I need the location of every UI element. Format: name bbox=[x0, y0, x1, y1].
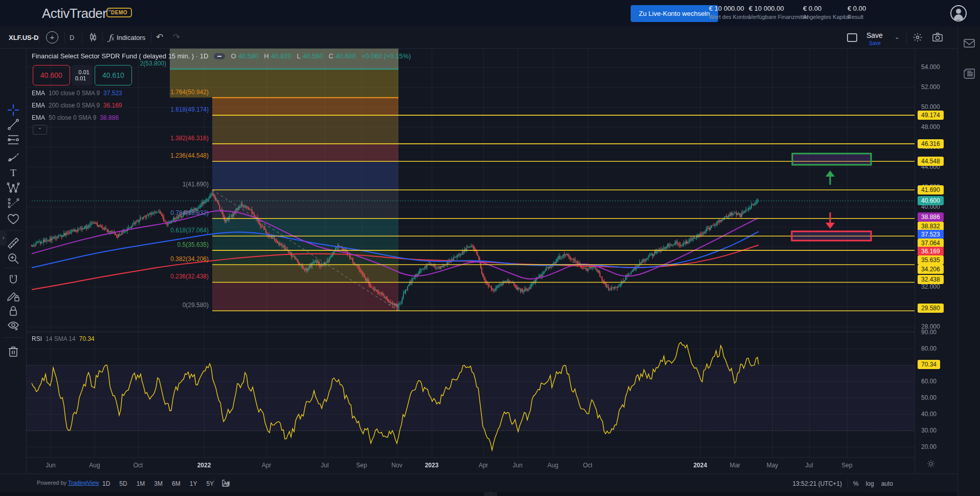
time-axis-label: Apr bbox=[262, 462, 272, 469]
mail-icon[interactable] bbox=[964, 39, 975, 48]
magnet-icon[interactable] bbox=[6, 273, 20, 288]
time-axis-label: Oct bbox=[133, 462, 143, 469]
price-badge: 40.600 bbox=[918, 196, 944, 205]
account-value-stat: € 10 000.00Wert des Kontos bbox=[709, 5, 750, 20]
close-label: C bbox=[328, 52, 333, 60]
scale-mode-percent[interactable]: % bbox=[853, 480, 859, 487]
rsi-tick-label: 80.00 bbox=[921, 345, 937, 352]
time-axis-label: Oct bbox=[583, 462, 593, 469]
forecast-icon[interactable] bbox=[6, 196, 20, 210]
time-axis-label: Sep bbox=[356, 462, 367, 469]
time-axis-label: Nov bbox=[391, 462, 402, 469]
price-badge: 29.580 bbox=[918, 304, 944, 313]
redo-icon[interactable]: ↷ bbox=[173, 32, 180, 42]
buy-button[interactable]: 40.610 bbox=[95, 65, 132, 85]
ruler-icon[interactable] bbox=[6, 236, 20, 250]
text-tool-icon[interactable]: T bbox=[6, 165, 20, 180]
undo-icon[interactable]: ↶ bbox=[156, 32, 163, 42]
price-badge: 38.886 bbox=[918, 212, 944, 222]
time-axis-label: Aug bbox=[89, 462, 100, 469]
save-button[interactable]: Save bbox=[866, 31, 883, 39]
brush-icon[interactable] bbox=[6, 149, 20, 163]
lock-all-drawings-icon[interactable] bbox=[6, 304, 20, 318]
tradingview-link[interactable]: TradingView bbox=[68, 480, 99, 486]
chart-title: Financial Select Sector SPDR Fund ( dela… bbox=[32, 52, 208, 60]
camera-icon[interactable] bbox=[932, 32, 943, 42]
hide-all-drawings-icon[interactable] bbox=[6, 319, 20, 333]
chart-style-icon[interactable] bbox=[88, 32, 98, 42]
open-label: O bbox=[231, 52, 236, 60]
time-axis-label: Jun bbox=[513, 462, 522, 469]
svg-text:T: T bbox=[10, 167, 16, 178]
time-axis-label: Aug bbox=[547, 462, 558, 469]
time-axis-label: Jun bbox=[46, 462, 55, 469]
gear-icon[interactable] bbox=[912, 32, 923, 42]
remove-drawings-icon[interactable] bbox=[6, 344, 20, 359]
price-tick-label: 48.000 bbox=[921, 123, 940, 131]
activtrader-logo: ActivTrader™ bbox=[42, 6, 111, 21]
rsi-tick-label: 20.00 bbox=[921, 443, 937, 450]
go-to-date-icon[interactable] bbox=[221, 479, 230, 488]
price-chart-canvas[interactable] bbox=[27, 49, 915, 457]
indicator-row: EMA100 close 0 SMA 937.523 bbox=[32, 87, 122, 99]
time-axis-label: Jul bbox=[321, 462, 328, 469]
price-badge: 35.635 bbox=[918, 255, 944, 265]
switch-to-live-button[interactable]: Zu Live-Konto wechseln bbox=[631, 5, 718, 22]
expand-panel-tab[interactable]: › bbox=[0, 230, 7, 246]
chart-footer: Powered by TradingView 1D5D1M3M6M1Y5YAll… bbox=[0, 473, 957, 492]
drawing-toolbar: T bbox=[0, 49, 27, 473]
xabcd-pattern-icon[interactable] bbox=[6, 181, 20, 195]
rsi-tick-label: 60.00 bbox=[921, 378, 937, 385]
spread-indicator: 0.010.01 bbox=[72, 65, 93, 85]
rsi-tick-label: 30.00 bbox=[921, 427, 937, 434]
price-badge: 44.548 bbox=[918, 157, 944, 166]
drawing-mode-icon[interactable] bbox=[6, 289, 20, 303]
price-badge: 70.34 bbox=[918, 360, 940, 369]
clock[interactable]: 13:52:21 (UTC+1) bbox=[782, 480, 842, 487]
time-axis[interactable]: JunAugOct2022AprJulSepNov2023AprJunAugOc… bbox=[27, 457, 915, 473]
scale-mode-auto[interactable]: auto bbox=[881, 480, 893, 487]
fx-icon[interactable]: ƒx bbox=[108, 33, 114, 42]
news-icon[interactable] bbox=[964, 69, 975, 79]
hide-series-icon[interactable] bbox=[214, 53, 225, 59]
chevron-down-icon[interactable]: ⌄ bbox=[895, 34, 899, 40]
result-stat: € 0.00Result bbox=[848, 5, 866, 20]
user-avatar[interactable] bbox=[950, 5, 967, 21]
range-button-5d[interactable]: 5D bbox=[119, 480, 127, 487]
interval-button[interactable]: D bbox=[70, 34, 74, 41]
high-label: H bbox=[264, 52, 269, 60]
close-value: 40.600 bbox=[336, 52, 356, 60]
rsi-tick-label: 40.00 bbox=[921, 411, 937, 418]
low-value: 40.560 bbox=[303, 52, 323, 60]
price-badge: 49.174 bbox=[918, 111, 944, 120]
range-button-1d[interactable]: 1D bbox=[102, 480, 110, 487]
scale-mode-log[interactable]: log bbox=[866, 480, 874, 487]
price-tick-label: 50.000 bbox=[921, 103, 940, 111]
rsi-tick-label: 50.00 bbox=[921, 394, 937, 401]
price-badge: 32.438 bbox=[918, 275, 944, 284]
range-button-6m[interactable]: 6M bbox=[172, 480, 181, 487]
price-scale[interactable]: 54.00052.00050.00048.00046.00044.00042.0… bbox=[915, 49, 957, 473]
fib-retracement-icon[interactable] bbox=[6, 133, 20, 147]
sell-button[interactable]: 40.600 bbox=[33, 65, 70, 85]
symbol-button[interactable]: XLF.US-D bbox=[9, 34, 39, 41]
add-symbol-icon[interactable]: + bbox=[46, 31, 58, 44]
time-axis-label: Mar bbox=[730, 462, 741, 469]
emoji-heart-icon[interactable] bbox=[6, 212, 20, 226]
indicators-button[interactable]: Indicators bbox=[117, 34, 145, 41]
range-button-5y[interactable]: 5Y bbox=[206, 480, 214, 487]
range-button-1y[interactable]: 1Y bbox=[190, 480, 197, 487]
zoom-in-icon[interactable] bbox=[6, 251, 20, 266]
right-sidebar bbox=[957, 27, 980, 496]
time-axis-label: 2023 bbox=[425, 462, 439, 469]
theme-sun-icon[interactable] bbox=[927, 460, 935, 468]
layout-icon[interactable] bbox=[847, 33, 857, 42]
available-funds-stat: € 10 000.00Verfügbare Finanzmittel bbox=[749, 5, 808, 20]
collapse-legend-button[interactable]: ⌃ bbox=[33, 125, 47, 135]
open-value: 40.580 bbox=[238, 52, 259, 60]
crosshair-icon[interactable] bbox=[6, 103, 20, 117]
range-button-1m[interactable]: 1M bbox=[137, 480, 145, 487]
trend-line-icon[interactable] bbox=[6, 117, 20, 132]
range-button-3m[interactable]: 3M bbox=[154, 480, 163, 487]
time-axis-label: Apr bbox=[479, 462, 488, 469]
